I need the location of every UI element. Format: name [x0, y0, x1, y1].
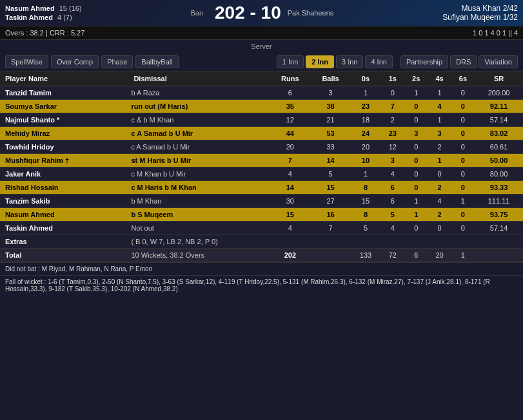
ones: 6 [381, 181, 404, 195]
player-name: Taskin Ahmed [0, 222, 128, 235]
table-row: Jaker Anik c M Khan b U Mir 4 5 1 4 0 0 … [0, 167, 523, 181]
col-player-name: Player Name [0, 72, 128, 86]
sr: 93.75 [475, 208, 523, 222]
ones: 5 [381, 208, 404, 222]
table-row: Soumya Sarkar run out (M Haris) 35 38 23… [0, 100, 523, 113]
tab-variation[interactable]: Variation [479, 55, 518, 68]
player-name: Soumya Sarkar [0, 100, 128, 113]
zeros: 8 [350, 181, 380, 195]
fours: 3 [428, 127, 451, 140]
table-row: Towhid Hridoy c A Samad b U Mir 20 33 20… [0, 140, 523, 154]
runs: 4 [270, 222, 311, 235]
runs: 12 [270, 113, 311, 127]
tab-drs[interactable]: DRS [450, 55, 477, 68]
twos: 1 [404, 86, 428, 100]
sr: 60.61 [475, 140, 523, 154]
dismissal: c A Samad b U Mir [128, 140, 270, 154]
twos: 0 [404, 181, 428, 195]
overs-bar: Overs : 38.2 | CRR : 5.27 1 0 1 4 0 1 ||… [0, 26, 523, 40]
balls: 38 [311, 100, 351, 113]
sr: 83.02 [475, 127, 523, 140]
dismissal: c A Samad b U Mir [128, 127, 270, 140]
total-balls [311, 249, 351, 262]
zeros: 10 [350, 154, 380, 167]
team1-name-label: Ban [190, 9, 203, 17]
col-balls: Balls [311, 72, 351, 86]
dismissal: c & b M Khan [128, 113, 270, 127]
team1-player2: Taskin Ahmed 4 (7) [5, 14, 82, 21]
balls: 5 [311, 167, 351, 181]
player-name: Nasum Ahmed [0, 208, 128, 222]
fours: 2 [428, 181, 451, 195]
sixes: 0 [451, 127, 475, 140]
twos: 1 [404, 195, 428, 208]
tab-1inn[interactable]: 1 Inn [277, 55, 304, 68]
zeros: 1 [350, 167, 380, 181]
zeros: 8 [350, 208, 380, 222]
balls: 14 [311, 154, 351, 167]
tab-overcomp[interactable]: Over Comp [51, 55, 99, 68]
table-row: Taskin Ahmed Not out 4 7 5 4 0 0 0 57.14 [0, 222, 523, 235]
total-1s: 72 [381, 249, 404, 262]
table-row: Mushfiqur Rahim † st M Haris b U Mir 7 1… [0, 154, 523, 167]
sr: 80.00 [475, 167, 523, 181]
balls: 7 [311, 222, 351, 235]
zeros: 24 [350, 127, 380, 140]
dismissal: c M Khan b U Mir [128, 167, 270, 181]
player-name: Tanzid Tamim [0, 86, 128, 100]
tab-spellwise[interactable]: SpellWise [5, 55, 48, 68]
table-row: Mehidy Miraz c A Samad b U Mir 44 53 24 … [0, 127, 523, 140]
team2-info: Musa Khan 2/42 Sufiyan Muqeem 1/32 [442, 4, 518, 22]
tab-2inn[interactable]: 2 Inn [306, 55, 334, 68]
runs: 6 [270, 86, 311, 100]
total-2s: 6 [404, 249, 428, 262]
team2-player1: Musa Khan 2/42 [442, 4, 518, 13]
total-6s: 1 [451, 249, 475, 262]
tab-partnership[interactable]: Partnership [400, 55, 448, 68]
tab-4inn[interactable]: 4 Inn [365, 55, 392, 68]
table-body: Tanzid Tamim b A Raza 6 3 1 0 1 1 0 200.… [0, 86, 523, 262]
table-row: Tanzid Tamim b A Raza 6 3 1 0 1 1 0 200.… [0, 86, 523, 100]
team2-player1-score: 2/42 [503, 4, 518, 13]
sr: 57.14 [475, 113, 523, 127]
innings-tabs: 1 Inn 2 Inn 3 Inn 4 Inn [277, 55, 393, 68]
twos: 0 [404, 167, 428, 181]
table-row: Najmul Shanto * c & b M Khan 12 21 18 2 … [0, 113, 523, 127]
runs: 20 [270, 140, 311, 154]
runs: 7 [270, 154, 311, 167]
sixes: 0 [451, 140, 475, 154]
sr: 93.33 [475, 181, 523, 195]
team1-player1-name: Nasum Ahmed [5, 5, 55, 12]
main-score: 202 - 10 [215, 4, 281, 22]
zeros: 15 [350, 195, 380, 208]
tab-3inn[interactable]: 3 Inn [336, 55, 363, 68]
ones: 23 [381, 127, 404, 140]
sr: 111.11 [475, 195, 523, 208]
sixes: 0 [451, 154, 475, 167]
twos: 3 [404, 127, 428, 140]
ball-by-ball: 1 0 1 4 0 1 || 4 [473, 29, 518, 37]
sr: 200.00 [475, 86, 523, 100]
col-sr: SR [475, 72, 523, 86]
extras-label: Extras [0, 235, 128, 249]
table-row: Nasum Ahmed b S Muqeem 15 16 8 5 1 2 0 9… [0, 208, 523, 222]
table-row: Tanzim Sakib b M Khan 30 27 15 6 1 4 1 1… [0, 195, 523, 208]
tab-phase[interactable]: Phase [101, 55, 133, 68]
scorecard-table: Player Name Dismissal Runs Balls 0s 1s 2… [0, 72, 523, 262]
fours: 0 [428, 167, 451, 181]
fours: 4 [428, 100, 451, 113]
col-4s: 4s [428, 72, 451, 86]
player-name: Tanzim Sakib [0, 195, 128, 208]
zeros: 5 [350, 222, 380, 235]
sixes: 1 [451, 195, 475, 208]
twos: 0 [404, 100, 428, 113]
tab-ballbyball[interactable]: BallbyBall [135, 55, 178, 68]
col-0s: 0s [350, 72, 380, 86]
sixes: 0 [451, 113, 475, 127]
team1-player1: Nasum Ahmed 15 (16) [5, 5, 82, 12]
server-label: Server [0, 40, 523, 53]
ones: 4 [381, 167, 404, 181]
total-label: Total [0, 249, 128, 262]
player-name: Towhid Hridoy [0, 140, 128, 154]
sixes: 0 [451, 167, 475, 181]
